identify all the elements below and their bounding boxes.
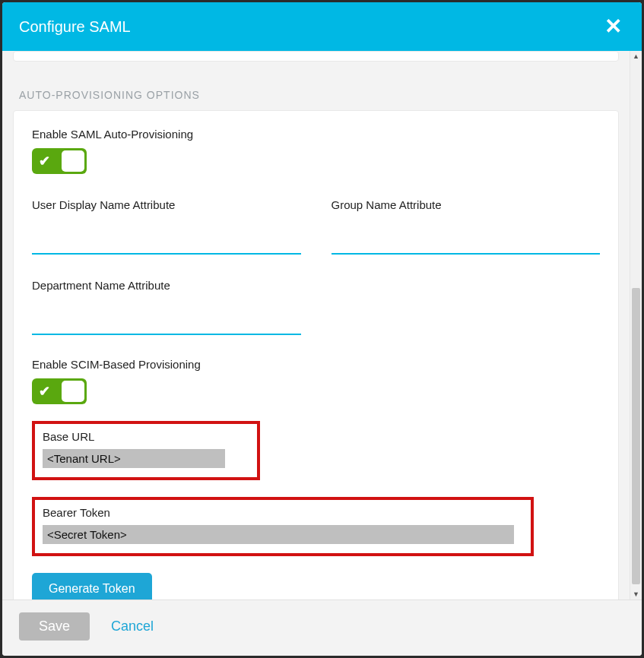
enable-saml-toggle[interactable]: ✔ [32, 148, 87, 174]
toggle-knob [62, 381, 84, 402]
check-icon: ✔ [39, 154, 50, 168]
base-url-field[interactable] [43, 449, 225, 468]
dialog-footer: Save Cancel [2, 599, 642, 656]
previous-section-card [13, 51, 619, 62]
cancel-button[interactable]: Cancel [111, 618, 154, 634]
vertical-scrollbar[interactable]: ▲ ▼ [630, 51, 642, 599]
scroll-thumb[interactable] [632, 288, 640, 584]
section-title-auto-provisioning: AUTO-PROVISIONING OPTIONS [19, 89, 619, 101]
user-display-name-label: User Display Name Attribute [32, 198, 301, 211]
scroll-down-icon[interactable]: ▼ [630, 589, 642, 599]
check-icon: ✔ [39, 384, 50, 398]
save-button[interactable]: Save [19, 612, 90, 641]
enable-scim-toggle[interactable]: ✔ [32, 378, 87, 404]
enable-saml-label: Enable SAML Auto-Provisioning [32, 128, 600, 141]
department-name-label: Department Name Attribute [32, 279, 301, 292]
auto-provisioning-card: Enable SAML Auto-Provisioning ✔ User Dis… [13, 110, 619, 599]
close-icon[interactable]: ✕ [601, 16, 625, 37]
toggle-knob [62, 150, 84, 172]
bearer-token-field[interactable] [43, 525, 514, 544]
group-name-label: Group Name Attribute [332, 198, 601, 211]
department-name-input[interactable] [32, 310, 301, 335]
base-url-highlight: Base URL [32, 421, 260, 480]
dialog-scroll-area[interactable]: AUTO-PROVISIONING OPTIONS Enable SAML Au… [2, 51, 630, 599]
enable-scim-label: Enable SCIM-Based Provisioning [32, 358, 600, 371]
generate-token-button[interactable]: Generate Token [32, 573, 152, 599]
group-name-input[interactable] [332, 229, 601, 255]
configure-saml-dialog: Configure SAML ✕ AUTO-PROVISIONING OPTIO… [2, 2, 642, 656]
scroll-up-icon[interactable]: ▲ [630, 51, 642, 62]
dialog-title: Configure SAML [19, 18, 131, 36]
bearer-token-highlight: Bearer Token [32, 497, 534, 556]
dialog-header: Configure SAML ✕ [2, 2, 642, 51]
dialog-body: AUTO-PROVISIONING OPTIONS Enable SAML Au… [2, 51, 642, 599]
bearer-token-label: Bearer Token [43, 506, 523, 519]
user-display-name-input[interactable] [32, 229, 301, 255]
base-url-label: Base URL [43, 430, 249, 443]
